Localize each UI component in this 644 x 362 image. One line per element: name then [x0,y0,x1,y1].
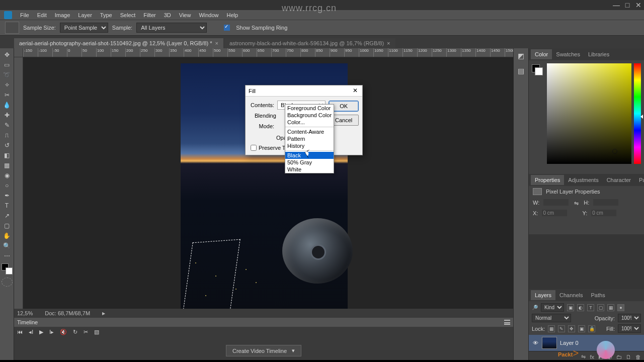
new-layer-icon[interactable]: 🗋 [626,354,631,360]
marquee-tool-icon[interactable]: ▭ [2,60,13,69]
tab-layers[interactable]: Layers [531,290,555,300]
tab-swatches[interactable]: Swatches [552,49,584,59]
menu-type[interactable]: Type [96,12,116,18]
close-window-icon[interactable]: ✕ [635,2,642,9]
pen-tool-icon[interactable]: ✒ [2,191,13,200]
eyedropper-tool-icon[interactable] [5,22,19,34]
link-layers-icon[interactable]: ⇋ [581,353,586,360]
hue-slider[interactable] [634,63,641,164]
filter-type-icon[interactable]: T [587,304,594,311]
stamp-tool-icon[interactable]: ⎍ [2,131,13,140]
filter-smart-icon[interactable]: ▦ [607,304,614,311]
blend-mode-select[interactable]: Normal [532,314,571,322]
menu-3d[interactable]: 3D [160,12,175,18]
create-video-timeline-button[interactable]: Create Video Timeline [226,345,301,356]
sample-select[interactable]: All Layers [136,23,207,33]
brush-tool-icon[interactable]: ✎ [2,121,13,130]
dropdown-option[interactable]: History [285,142,334,149]
layer-row[interactable]: 👁 Layer 0 [529,335,644,351]
menu-edit[interactable]: Edit [33,12,51,18]
color-panel-swatch[interactable] [532,64,543,75]
menu-view[interactable]: View [175,12,195,18]
dropdown-option[interactable]: Color... [285,119,334,126]
lock-pixels-icon[interactable]: ▦ [548,325,555,332]
split-icon[interactable]: ✂ [84,329,88,335]
eraser-tool-icon[interactable]: ◧ [2,151,13,160]
tab-adjustments[interactable]: Adjustments [564,175,603,185]
tab-channels[interactable]: Channels [555,290,587,300]
dropdown-option[interactable]: 50% Gray [285,159,334,166]
menu-file[interactable]: File [16,12,33,18]
zoom-tool-icon[interactable]: 🔍 [2,241,13,250]
color-swatch[interactable] [2,263,13,275]
move-tool-icon[interactable]: ✥ [2,50,13,59]
dropdown-option[interactable]: Foreground Color [285,105,334,112]
lock-artboard-icon[interactable]: ▣ [578,325,585,332]
opacity-select[interactable]: 100% [618,314,641,322]
lock-position-icon[interactable]: ✎ [558,325,565,332]
tab-paragraph[interactable]: Paragraph [635,175,644,185]
color-picker-handle[interactable] [612,149,617,154]
actions-panel-icon[interactable]: ▤ [516,65,527,76]
document-tab-active[interactable]: aerial-aerial-photography-aerial-shot-15… [14,38,223,48]
lasso-tool-icon[interactable]: ➰ [2,70,13,79]
heal-tool-icon[interactable]: ✚ [2,111,13,120]
wand-tool-icon[interactable]: ✧ [2,80,13,89]
y-input[interactable] [591,210,616,216]
audio-icon[interactable]: 🔇 [60,329,67,335]
dodge-tool-icon[interactable]: ○ [2,181,13,190]
close-tab-icon[interactable]: × [387,40,390,46]
close-icon[interactable]: ✕ [351,87,359,95]
sample-size-select[interactable]: Point Sample [60,23,108,33]
layer-fx-icon[interactable]: fx [590,354,594,360]
hand-tool-icon[interactable]: ✋ [2,231,13,240]
x-input[interactable] [542,210,567,216]
document-tab[interactable]: astronomy-black-and-white-dark-596134.jp… [224,38,395,48]
next-frame-icon[interactable]: Ⅰ▸ [49,329,54,335]
tab-properties[interactable]: Properties [531,175,564,185]
shape-tool-icon[interactable]: ▢ [2,221,13,230]
tab-paths[interactable]: Paths [587,290,609,300]
group-icon[interactable]: 🗀 [616,354,622,360]
width-input[interactable] [543,199,569,206]
fill-select[interactable]: 100% [618,324,641,333]
visibility-icon[interactable]: 👁 [532,340,539,346]
dialog-titlebar[interactable]: Fill ✕ [246,85,362,97]
minimize-icon[interactable]: — [613,2,620,9]
blur-tool-icon[interactable]: ◉ [2,171,13,180]
goto-first-icon[interactable]: ⏮ [17,329,23,335]
transition-icon[interactable]: ▧ [94,329,99,335]
gradient-tool-icon[interactable]: ▦ [2,161,13,170]
preserve-transparency-checkbox[interactable] [251,145,257,151]
path-tool-icon[interactable]: ↗ [2,211,13,220]
dropdown-option-selected[interactable]: Black [285,152,334,159]
zoom-level[interactable]: 12,5% [17,310,33,316]
dropdown-option[interactable]: Background Color [285,112,334,119]
menu-select[interactable]: Select [116,12,140,18]
close-tab-icon[interactable]: × [215,40,218,46]
edit-toolbar-icon[interactable]: ⋯ [2,251,13,260]
history-brush-icon[interactable]: ↺ [2,141,13,150]
menu-help[interactable]: Help [223,12,243,18]
show-ring-checkbox[interactable] [224,25,230,31]
play-icon[interactable]: ▶ [39,329,43,335]
crop-tool-icon[interactable]: ✂ [2,90,13,100]
loop-icon[interactable]: ↻ [73,329,77,335]
menu-image[interactable]: Image [51,12,74,18]
prev-frame-icon[interactable]: ◂Ⅰ [29,329,33,335]
filter-pixel-icon[interactable]: ▣ [567,304,574,311]
text-tool-icon[interactable]: T [2,201,13,210]
dropdown-option[interactable]: Content-Aware [285,128,334,135]
trash-icon[interactable]: 🗑 [635,354,641,360]
menu-layer[interactable]: Layer [74,12,96,18]
search-icon[interactable]: 🔎 [532,305,538,310]
quickmask-icon[interactable] [2,278,13,287]
maximize-icon[interactable]: □ [624,2,631,9]
tab-color[interactable]: Color [531,49,552,59]
eyedropper-tool-icon[interactable]: 💧 [2,101,13,110]
filter-adjust-icon[interactable]: ◐ [577,304,584,311]
hue-handle[interactable] [640,115,643,119]
dropdown-option[interactable]: Pattern [285,135,334,142]
history-panel-icon[interactable]: ◩ [516,50,527,61]
lock-move-icon[interactable]: ✥ [568,325,575,332]
